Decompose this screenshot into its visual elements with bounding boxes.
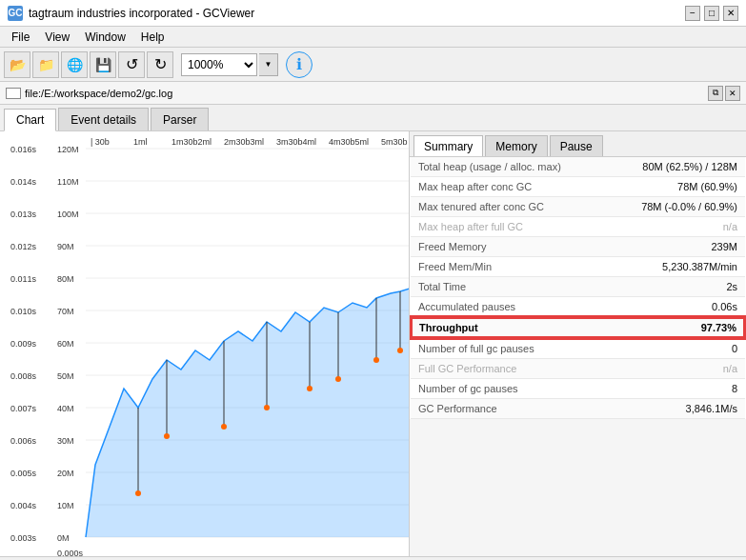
window-controls: − □ ✕	[685, 6, 738, 21]
summary-label-gc-performance: GC Performance	[411, 399, 595, 419]
summary-value-throughput: 97.73%	[595, 317, 745, 338]
summary-value-max-heap-conc: 78M (60.9%)	[595, 177, 745, 197]
summary-label-full-gc-pauses: Number of full gc pauses	[411, 338, 595, 359]
svg-text:100M: 100M	[57, 210, 79, 219]
file-path: file:/E:/workspace/demo2/gc.log	[25, 88, 708, 99]
tab-parser[interactable]: Parser	[151, 108, 209, 130]
summary-value-accumulated-pauses: 0.06s	[595, 297, 745, 318]
open-url-button[interactable]: 🌐	[61, 51, 88, 78]
svg-point-57	[135, 490, 141, 496]
tab-summary[interactable]: Summary	[413, 135, 483, 156]
svg-text:0.012s: 0.012s	[10, 242, 37, 251]
summary-value-gc-performance: 3,846.1M/s	[595, 399, 745, 419]
info-button[interactable]: ℹ	[286, 51, 313, 78]
svg-text:5m30b: 5m30b	[381, 137, 408, 147]
zoom-dropdown-button[interactable]: ▼	[259, 53, 278, 76]
svg-text:110M: 110M	[57, 177, 79, 187]
summary-row-accumulated-pauses: Accumulated pauses0.06s	[411, 297, 745, 318]
main-tab-bar: Chart Event details Parser	[0, 105, 746, 131]
tab-pause[interactable]: Pause	[550, 135, 603, 156]
summary-row-freed-memory: Freed Memory239M	[411, 237, 745, 257]
summary-label-max-tenured: Max tenured after conc GC	[411, 197, 595, 217]
menu-bar: File View Window Help	[0, 27, 746, 48]
svg-text:4m30b5ml: 4m30b5ml	[329, 137, 369, 147]
maximize-button[interactable]: □	[704, 6, 719, 21]
app-icon: GC	[8, 6, 23, 21]
svg-text:0.005s: 0.005s	[10, 469, 37, 478]
menu-file[interactable]: File	[4, 29, 37, 46]
svg-text:0M: 0M	[57, 533, 70, 543]
summary-label-gc-pauses: Number of gc pauses	[411, 379, 595, 399]
summary-row-gc-pauses: Number of gc pauses8	[411, 379, 745, 399]
svg-text:1m30b2ml: 1m30b2ml	[171, 137, 212, 147]
close-button[interactable]: ✕	[723, 6, 738, 21]
right-panel: Summary Memory Pause Total heap (usage /…	[410, 131, 746, 556]
refresh-button[interactable]: ↺	[118, 51, 145, 78]
summary-label-total-time: Total Time	[411, 277, 595, 297]
summary-value-full-gc-pauses: 0	[595, 338, 745, 359]
svg-text:50M: 50M	[57, 371, 74, 381]
summary-label-total-heap: Total heap (usage / alloc. max)	[411, 157, 595, 177]
tab-chart[interactable]: Chart	[4, 109, 56, 131]
chart-panel: 0.016s 0.014s 0.013s 0.012s 0.011s 0.010…	[0, 131, 410, 556]
summary-row-freed-mem-min: Freed Mem/Min5,230.387M/min	[411, 257, 745, 277]
file-bar: file:/E:/workspace/demo2/gc.log ⧉ ✕	[0, 82, 746, 105]
svg-text:0.008s: 0.008s	[10, 371, 37, 381]
zoom-select[interactable]: 1000% 500% 200% 100%	[181, 53, 257, 76]
file-bar-controls: ⧉ ✕	[708, 86, 740, 101]
summary-row-max-heap-full: Max heap after full GCn/a	[411, 217, 745, 237]
svg-point-59	[221, 424, 227, 430]
menu-help[interactable]: Help	[133, 29, 172, 46]
svg-text:60M: 60M	[57, 339, 74, 349]
reload-button[interactable]: ↻	[147, 51, 173, 78]
svg-text:80M: 80M	[57, 274, 74, 284]
tab-memory[interactable]: Memory	[485, 135, 547, 156]
summary-label-throughput: Throughput	[411, 317, 595, 338]
summary-value-total-time: 2s	[595, 277, 745, 297]
tab-event-details[interactable]: Event details	[58, 108, 149, 130]
file-close-button[interactable]: ✕	[725, 86, 740, 101]
menu-view[interactable]: View	[37, 29, 77, 46]
svg-text:30M: 30M	[57, 436, 74, 446]
open-button[interactable]: 📂	[4, 51, 30, 78]
open-folder-button[interactable]: 📁	[32, 51, 59, 78]
summary-row-total-time: Total Time2s	[411, 277, 745, 297]
minimize-button[interactable]: −	[685, 6, 700, 21]
svg-text:3m30b4ml: 3m30b4ml	[276, 137, 316, 147]
summary-row-gc-performance: GC Performance3,846.1M/s	[411, 399, 745, 419]
svg-text:20M: 20M	[57, 469, 74, 478]
save-button[interactable]: 💾	[90, 51, 116, 78]
svg-text:0.000s: 0.000s	[57, 549, 84, 556]
menu-window[interactable]: Window	[77, 29, 133, 46]
svg-text:90M: 90M	[57, 242, 74, 251]
svg-text:70M: 70M	[57, 307, 74, 316]
svg-text:0.006s: 0.006s	[10, 436, 37, 446]
detach-button[interactable]: ⧉	[708, 86, 723, 101]
summary-label-full-gc-performance: Full GC Performance	[411, 359, 595, 379]
svg-text:0.003s: 0.003s	[10, 533, 37, 543]
summary-label-max-heap-full: Max heap after full GC	[411, 217, 595, 237]
svg-text:40M: 40M	[57, 404, 74, 413]
summary-row-max-tenured: Max tenured after conc GC78M (-0.0% / 60…	[411, 197, 745, 217]
summary-table: Total heap (usage / alloc. max)80M (62.5…	[410, 157, 746, 419]
svg-text:0.004s: 0.004s	[10, 501, 37, 510]
svg-point-63	[373, 357, 379, 363]
toolbar: 📂 📁 🌐 💾 ↺ ↻ 1000% 500% 200% 100% ▼ ℹ	[0, 48, 746, 82]
summary-value-total-heap: 80M (62.5%) / 128M	[595, 157, 745, 177]
svg-text:0.016s: 0.016s	[10, 145, 37, 154]
svg-point-62	[335, 376, 341, 382]
summary-label-max-heap-conc: Max heap after conc GC	[411, 177, 595, 197]
summary-label-freed-mem-min: Freed Mem/Min	[411, 257, 595, 277]
summary-row-full-gc-performance: Full GC Performancen/a	[411, 359, 745, 379]
svg-text:0.007s: 0.007s	[10, 404, 37, 413]
chart-svg: 0.016s 0.014s 0.013s 0.012s 0.011s 0.010…	[0, 131, 410, 556]
right-tab-bar: Summary Memory Pause	[410, 131, 746, 157]
summary-value-gc-pauses: 8	[595, 379, 745, 399]
svg-text:0.011s: 0.011s	[10, 274, 37, 284]
summary-row-full-gc-pauses: Number of full gc pauses0	[411, 338, 745, 359]
svg-text:0.014s: 0.014s	[10, 177, 37, 187]
summary-row-throughput: Throughput97.73%	[411, 317, 745, 338]
svg-text:0.009s: 0.009s	[10, 339, 37, 349]
svg-point-60	[264, 405, 270, 410]
summary-value-freed-memory: 239M	[595, 237, 745, 257]
